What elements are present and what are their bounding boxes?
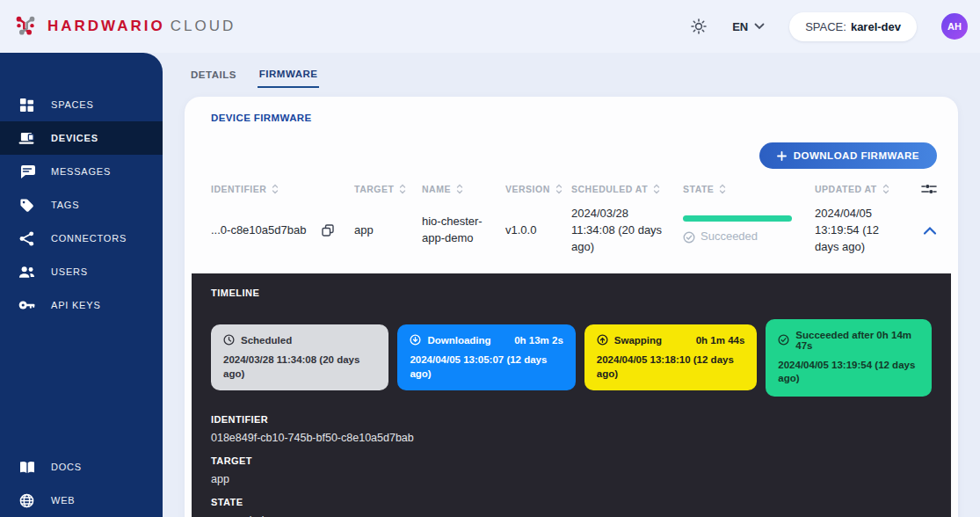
progress-bar	[683, 215, 792, 222]
brand-name: HARDWARIOCLOUD	[47, 18, 236, 35]
sidebar-item-api-keys[interactable]: API KEYS	[0, 288, 163, 322]
column-settings-button[interactable]	[921, 183, 937, 195]
sidebar-item-label: SPACES	[51, 99, 94, 110]
plus-icon	[777, 151, 787, 161]
download-firmware-label: DOWNLOAD FIRMWARE	[794, 150, 919, 161]
avatar[interactable]: AH	[941, 13, 968, 40]
detail-label-target: TARGET	[211, 455, 932, 466]
detail-label-state: STATE	[211, 497, 932, 507]
sort-icon	[399, 184, 406, 194]
row-name: hio-chester-app-demo	[422, 214, 505, 247]
sort-icon	[653, 184, 660, 194]
timeline-event-scheduled: Scheduled 2024/03/28 11:34:08 (20 days a…	[211, 324, 388, 390]
copy-icon[interactable]	[322, 224, 334, 237]
top-bar: HARDWARIOCLOUD EN SPACE: karel-dev AH	[0, 0, 980, 53]
column-header-state[interactable]: STATE	[683, 184, 815, 194]
clock-icon	[223, 334, 235, 346]
row-scheduled-at: 2024/03/28 11:34:08 (20 days ago)	[571, 206, 683, 256]
check-circle-icon	[778, 334, 789, 346]
sidebar-item-messages[interactable]: MESSAGES	[0, 155, 163, 188]
download-circle-icon	[410, 334, 421, 346]
sidebar-item-label: CONNECTORS	[51, 233, 127, 244]
detail-value-identifier: 018e849f-cb10-745b-bf50-c8e10a5d7bab	[211, 432, 932, 444]
event-duration: 0h 1m 44s	[696, 335, 745, 346]
table-row[interactable]: ...0-c8e10a5d7bab app hio-chester-app-de…	[185, 195, 958, 270]
download-firmware-button[interactable]: DOWNLOAD FIRMWARE	[759, 142, 937, 169]
sidebar: SPACES DEVICES MESSAGES TAGS	[0, 53, 163, 517]
brand-primary: HARDWARIO	[47, 18, 165, 34]
detail-label-identifier: IDENTIFIER	[211, 414, 932, 425]
messages-icon	[18, 164, 35, 179]
brand-logo: HARDWARIOCLOUD	[12, 13, 236, 40]
event-label: Downloading	[427, 335, 490, 346]
sort-icon	[882, 184, 889, 194]
sidebar-item-devices[interactable]: DEVICES	[0, 121, 163, 155]
row-expanded-panel: TIMELINE Scheduled 2024/03/28 11:34:08 (…	[192, 273, 951, 517]
timeline-event-downloading: Downloading 0h 13m 2s 2024/04/05 13:05:0…	[397, 324, 575, 390]
card-title: DEVICE FIRMWARE	[185, 97, 958, 123]
event-label: Scheduled	[241, 335, 292, 346]
row-state: Succeeded	[701, 229, 758, 245]
collapse-row-button[interactable]	[923, 226, 937, 236]
sort-icon	[456, 184, 463, 194]
sort-icon	[272, 184, 279, 194]
event-label: Succeeded after 0h 14m 47s	[795, 330, 919, 351]
share-icon	[18, 231, 35, 246]
device-details: IDENTIFIER 018e849f-cb10-745b-bf50-c8e10…	[211, 414, 932, 517]
row-updated-at: 2024/04/05 13:19:54 (12 days ago)	[815, 206, 916, 256]
language-label: EN	[732, 20, 748, 33]
space-selector[interactable]: SPACE: karel-dev	[789, 12, 917, 41]
globe-icon	[18, 493, 35, 508]
column-header-scheduled-at[interactable]: SCHEDULED AT	[571, 184, 683, 194]
sun-icon	[690, 18, 708, 35]
sidebar-item-users[interactable]: USERS	[0, 255, 163, 288]
tab-bar: DETAILS FIRMWARE	[189, 69, 980, 88]
chevron-down-icon	[754, 23, 765, 30]
sidebar-item-label: DOCS	[51, 462, 82, 472]
theme-toggle-button[interactable]	[690, 18, 708, 35]
space-label: SPACE:	[805, 20, 846, 33]
brand-secondary: CLOUD	[171, 18, 236, 34]
tab-firmware[interactable]: FIRMWARE	[258, 69, 320, 88]
sidebar-item-spaces[interactable]: SPACES	[0, 88, 163, 121]
avatar-initials: AH	[947, 21, 962, 32]
event-duration: 0h 13m 2s	[514, 335, 563, 346]
sidebar-item-docs[interactable]: DOCS	[0, 450, 163, 484]
sidebar-item-label: API KEYS	[51, 300, 101, 310]
sidebar-item-connectors[interactable]: CONNECTORS	[0, 222, 163, 255]
timeline-title: TIMELINE	[211, 288, 932, 298]
language-selector[interactable]: EN	[732, 20, 765, 33]
device-firmware-card: DEVICE FIRMWARE DOWNLOAD FIRMWARE IDENTI…	[185, 97, 958, 517]
chevron-up-icon	[923, 226, 937, 236]
column-header-updated-at[interactable]: UPDATED AT	[815, 184, 916, 194]
row-target: app	[354, 222, 422, 239]
tab-details[interactable]: DETAILS	[189, 69, 238, 88]
row-version: v1.0.0	[505, 222, 571, 239]
column-header-target[interactable]: TARGET	[354, 184, 422, 194]
row-identifier: ...0-c8e10a5d7bab	[211, 222, 306, 239]
timeline-events: Scheduled 2024/03/28 11:34:08 (20 days a…	[211, 319, 932, 397]
detail-value-state: succeeded	[211, 514, 932, 517]
key-icon	[18, 300, 35, 310]
column-header-name[interactable]: NAME	[422, 184, 505, 194]
sidebar-item-web[interactable]: WEB	[0, 484, 163, 517]
space-name: karel-dev	[851, 20, 901, 33]
timeline-event-succeeded: Succeeded after 0h 14m 47s 2024/04/05 13…	[766, 319, 932, 397]
users-icon	[18, 266, 35, 279]
detail-value-target: app	[211, 473, 932, 485]
sort-icon	[719, 184, 726, 194]
sidebar-item-label: USERS	[51, 266, 88, 277]
event-label: Swapping	[614, 335, 662, 346]
sidebar-item-label: WEB	[51, 495, 75, 506]
sliders-icon	[921, 183, 937, 195]
grid-icon	[18, 98, 35, 113]
table-header: IDENTIFIER TARGET NAME VERSION SCHEDULED…	[185, 169, 958, 195]
tag-icon	[18, 198, 35, 213]
event-timestamp: 2024/03/28 11:34:08 (20 days ago)	[223, 353, 376, 381]
sidebar-item-label: DEVICES	[51, 133, 98, 143]
sidebar-item-label: TAGS	[51, 200, 79, 210]
sidebar-item-tags[interactable]: TAGS	[0, 188, 163, 222]
column-header-version[interactable]: VERSION	[505, 184, 571, 194]
event-timestamp: 2024/04/05 13:18:10 (12 days ago)	[597, 353, 745, 381]
column-header-identifier[interactable]: IDENTIFIER	[211, 184, 354, 194]
